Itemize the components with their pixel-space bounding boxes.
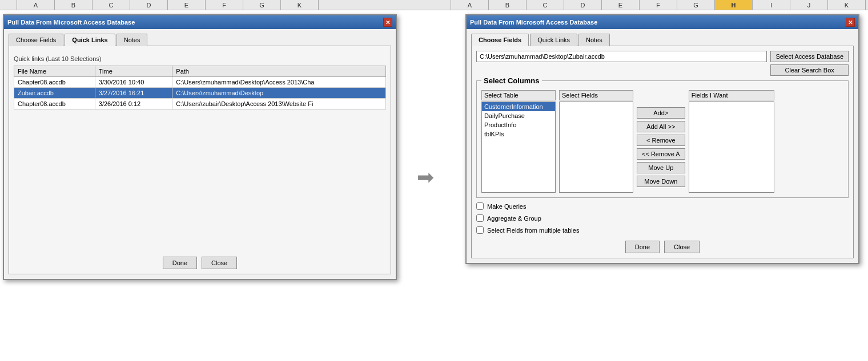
select-table-group: Select Table CustomerInformation DailyPu… <box>481 90 556 193</box>
col-header-C: C <box>93 0 130 10</box>
col-header-A: A <box>17 0 55 10</box>
quick-links-label: Quick links (Last 10 Selections) <box>14 55 386 62</box>
col-time: Time <box>95 66 172 77</box>
aggregate-group-label: Aggregate & Group <box>487 215 541 222</box>
left-tab-choose-fields[interactable]: Choose Fields <box>9 34 63 46</box>
left-dialog-title: Pull Data From Microsoft Access Database <box>7 19 135 26</box>
col-path: Path <box>172 66 386 77</box>
file-table-body: Chapter08.accdb 3/30/2016 10:40 C:\Users… <box>14 77 386 109</box>
cell-time: 3/30/2016 10:40 <box>95 77 172 88</box>
col-header-D2: D <box>564 0 602 10</box>
add-all-button[interactable]: Add All >> <box>637 121 685 132</box>
table-row[interactable]: Chapter08.accdb 3/30/2016 10:40 C:\Users… <box>14 77 386 88</box>
right-bottom-buttons: Done Close <box>476 241 849 253</box>
fields-i-want-label: Fields I Want <box>689 90 774 100</box>
move-up-button[interactable]: Move Up <box>637 162 685 173</box>
list-item[interactable]: tblKPIs <box>482 129 555 139</box>
select-access-db-button[interactable]: Select Access Database <box>770 51 849 62</box>
aggregate-group-checkbox[interactable] <box>476 214 484 222</box>
fields-i-want-group: Fields I Want <box>689 90 774 193</box>
col-header-J2: J <box>790 0 828 10</box>
right-dialog-title: Pull Data From Microsoft Access Database <box>470 19 597 26</box>
table-row[interactable]: Chapter08.accdb 3/26/2016 0:12 C:\Users\… <box>14 99 386 109</box>
col-header-G2: G <box>677 0 715 10</box>
right-close-button[interactable]: Close <box>664 241 700 253</box>
col-header-G: G <box>243 0 281 10</box>
aggregate-group-row: Aggregate & Group <box>476 214 849 222</box>
col-header-K2: K <box>828 0 866 10</box>
cell-time: 3/27/2016 16:21 <box>95 88 172 99</box>
table-row[interactable]: Zubair.accdb 3/27/2016 16:21 C:\Users\zm… <box>14 88 386 99</box>
left-tab-quick-links[interactable]: Quick Links <box>65 34 115 46</box>
make-queries-row: Make Queries <box>476 202 849 210</box>
multiple-tables-checkbox[interactable] <box>476 226 484 234</box>
cell-filename: Zubair.accdb <box>14 88 95 99</box>
select-fields-label: Select Fields <box>559 90 633 100</box>
col-header-H2: H <box>715 0 753 10</box>
clear-search-box-button[interactable]: Clear Search Box <box>770 64 849 76</box>
col-header-K: K <box>281 0 319 10</box>
right-done-button[interactable]: Done <box>625 241 660 253</box>
col-filename: File Name <box>14 66 95 77</box>
right-tab-notes[interactable]: Notes <box>578 34 610 46</box>
select-fields-listbox[interactable] <box>559 102 633 193</box>
col-header-F: F <box>206 0 243 10</box>
cell-path: C:\Users\zmuhammad\Desktop\Access 2013\C… <box>172 77 386 88</box>
left-dialog-titlebar: Pull Data From Microsoft Access Database… <box>4 15 396 29</box>
left-bottom-buttons: Done Close <box>14 257 386 269</box>
select-columns-legend: Select Columns <box>481 76 542 85</box>
mid-buttons: Add> Add All >> < Remove << Remove A Mov… <box>637 90 685 193</box>
make-queries-label: Make Queries <box>487 203 526 210</box>
col-header-A2: A <box>451 0 489 10</box>
cell-filename: Chapter08.accdb <box>14 77 95 88</box>
select-table-label: Select Table <box>481 90 556 100</box>
col-header-B2: B <box>489 0 527 10</box>
make-queries-checkbox[interactable] <box>476 202 484 210</box>
left-tabs: Choose Fields Quick Links Notes <box>9 34 391 46</box>
right-tabs: Choose Fields Quick Links Notes <box>471 34 854 46</box>
file-table: File Name Time Path Chapter08.accdb 3/30… <box>14 66 386 109</box>
select-table-listbox[interactable]: CustomerInformation DailyPurchase Produc… <box>481 102 556 193</box>
list-item[interactable]: CustomerInformation <box>482 102 555 111</box>
right-dialog-close-icon[interactable]: ✕ <box>846 18 855 27</box>
cell-time: 3/26/2016 0:12 <box>95 99 172 109</box>
cell-path: C:\Users\zubair\Desktop\Access 2013\Webs… <box>172 99 386 109</box>
move-down-button[interactable]: Move Down <box>637 176 685 187</box>
path-input[interactable] <box>476 51 767 62</box>
left-tab-notes[interactable]: Notes <box>116 34 148 46</box>
left-close-button[interactable]: Close <box>202 257 237 269</box>
select-fields-group: Select Fields <box>559 90 633 193</box>
multiple-tables-label: Select Fields from multiple tables <box>487 227 579 234</box>
left-done-button[interactable]: Done <box>163 257 197 269</box>
col-header-E: E <box>168 0 206 10</box>
col-header-B: B <box>55 0 93 10</box>
remove-all-button[interactable]: << Remove A <box>637 148 685 160</box>
col-header-C2: C <box>527 0 564 10</box>
multiple-tables-row: Select Fields from multiple tables <box>476 226 849 234</box>
left-dialog-close-icon[interactable]: ✕ <box>383 18 392 27</box>
col-header-D: D <box>130 0 168 10</box>
fields-i-want-listbox[interactable] <box>689 102 774 193</box>
list-item[interactable]: DailyPurchase <box>482 111 555 120</box>
arrow-right: ➡ <box>417 165 434 189</box>
col-header-F2: F <box>640 0 677 10</box>
select-columns-group: Select Columns Select Table CustomerInfo… <box>476 80 849 198</box>
col-header-E2: E <box>602 0 640 10</box>
cell-filename: Chapter08.accdb <box>14 99 95 109</box>
col-header-I2: I <box>753 0 790 10</box>
add-button[interactable]: Add> <box>637 107 685 119</box>
right-dialog-titlebar: Pull Data From Microsoft Access Database… <box>467 15 858 29</box>
right-tab-choose-fields[interactable]: Choose Fields <box>471 34 529 46</box>
cell-path: C:\Users\zmuhammad\Desktop <box>172 88 386 99</box>
right-tab-quick-links[interactable]: Quick Links <box>530 34 577 46</box>
list-item[interactable]: ProductInfo <box>482 120 555 129</box>
remove-button[interactable]: < Remove <box>637 135 685 146</box>
